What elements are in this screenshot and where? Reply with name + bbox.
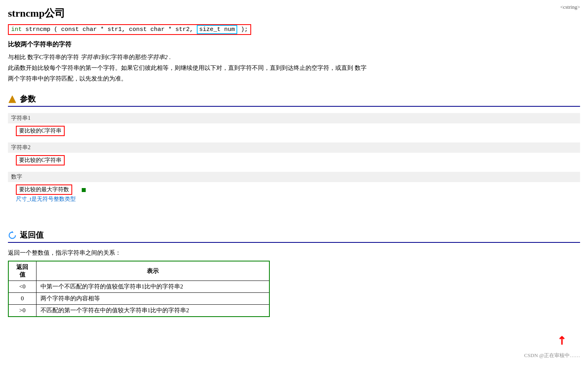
return-section-title: 返回值 bbox=[20, 230, 44, 240]
code-params: ( const char * str1, const char * str2, bbox=[50, 26, 197, 33]
table-cell-desc: 中第一个不匹配的字符的值较低字符串1比中的字符串2 bbox=[36, 281, 269, 293]
table-header-val: 返回值 bbox=[8, 261, 36, 281]
code-closing: ); bbox=[237, 26, 248, 33]
page-title: strncmp公司 bbox=[8, 6, 580, 20]
code-int-keyword: int bbox=[11, 26, 22, 33]
param3-note: 尺寸_t是无符号整数类型 bbox=[16, 196, 76, 202]
return-icon bbox=[8, 231, 17, 240]
table-row: <0 中第一个不匹配的字符的值较低字符串1比中的字符串2 bbox=[8, 281, 269, 293]
table-cell-val: <0 bbox=[8, 281, 36, 293]
return-table: 返回值 表示 <0 中第一个不匹配的字符的值较低字符串1比中的字符串2 0 两个… bbox=[8, 261, 270, 317]
top-right-label: <cstring> bbox=[560, 4, 580, 10]
param1-desc-row: 要比较的C字符串 bbox=[8, 123, 580, 139]
description: 与相比 数字C字符串的字符 字符串1到C字符串的那些字符串2 . 此函数开始比较… bbox=[8, 52, 580, 84]
table-cell-val: 0 bbox=[8, 293, 36, 305]
param2-desc-row: 要比较的C字符串 bbox=[8, 153, 580, 169]
param2-name: 字符串2 bbox=[8, 142, 580, 153]
return-intro: 返回一个整数值，指示字符串之间的关系： bbox=[8, 249, 580, 257]
code-size-t: size_t num bbox=[197, 25, 237, 34]
code-function: strncmp bbox=[22, 26, 50, 33]
params-section-title: 参数 bbox=[20, 94, 36, 104]
return-content: 返回一个整数值，指示字符串之间的关系： 返回值 表示 <0 中第一个不匹配的字符… bbox=[8, 249, 580, 317]
svg-marker-0 bbox=[9, 96, 16, 103]
param1-name: 字符串1 bbox=[8, 113, 580, 123]
table-cell-val: >0 bbox=[8, 305, 36, 317]
params-icon bbox=[8, 95, 17, 104]
subtitle: 比较两个字符串的字符 bbox=[8, 40, 580, 49]
param1-section: 字符串1 要比较的C字符串 bbox=[8, 113, 580, 139]
param3-section: 数字 要比较的最大字符数 尺寸_t是无符号整数类型 bbox=[8, 172, 580, 205]
param3-name: 数字 bbox=[8, 172, 580, 182]
return-section-header: 返回值 bbox=[8, 230, 580, 243]
green-indicator bbox=[82, 188, 86, 192]
table-cell-desc: 不匹配的第一个字符在中的值较大字符串1比中的字符串2 bbox=[36, 305, 269, 317]
param3-desc: 要比较的最大字符数 bbox=[16, 184, 72, 195]
table-row: 0 两个字符串的内容相等 bbox=[8, 293, 269, 305]
table-cell-desc: 两个字符串的内容相等 bbox=[36, 293, 269, 305]
param3-desc-row: 要比较的最大字符数 尺寸_t是无符号整数类型 bbox=[8, 182, 580, 205]
table-header-desc: 表示 bbox=[36, 261, 269, 281]
param1-desc: 要比较的C字符串 bbox=[16, 126, 65, 136]
params-section-header: 参数 bbox=[8, 94, 580, 107]
param2-section: 字符串2 要比较的C字符串 bbox=[8, 142, 580, 169]
param2-desc: 要比较的C字符串 bbox=[16, 155, 65, 165]
table-row: >0 不匹配的第一个字符在中的值较大字符串1比中的字符串2 bbox=[8, 305, 269, 317]
